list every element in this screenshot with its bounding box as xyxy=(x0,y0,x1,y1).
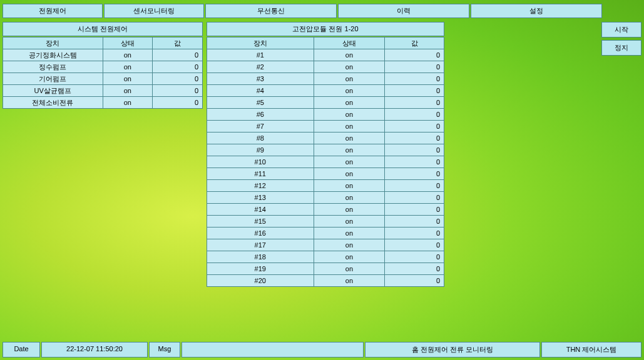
status-center-title: 홈 전원제어 전류 모니터링 xyxy=(365,342,540,358)
table-row: #12on0 xyxy=(207,180,444,192)
tab-power-control[interactable]: 전원제어 xyxy=(3,4,103,18)
cell-value: 0 xyxy=(385,228,444,239)
cell-value: 0 xyxy=(153,49,203,61)
cell-state[interactable]: on xyxy=(314,156,385,168)
cell-device: #14 xyxy=(207,204,314,216)
cell-device: #8 xyxy=(207,132,314,144)
status-msg-value xyxy=(181,342,364,358)
table-row: UV살균램프on0 xyxy=(3,85,203,97)
cell-value: 0 xyxy=(153,61,203,73)
cell-device: #17 xyxy=(207,239,314,251)
cell-device: 전체소비전류 xyxy=(3,97,103,109)
cell-state[interactable]: on xyxy=(103,73,153,85)
cell-device: #13 xyxy=(207,192,314,204)
cell-state[interactable]: on xyxy=(314,73,385,85)
cell-device: #16 xyxy=(207,228,314,239)
cell-device: #18 xyxy=(207,251,314,263)
cell-device: #7 xyxy=(207,121,314,132)
hv-module-table: 장치 상태 값 #1on0#2on0#3on0#4on0#5on0#6on0#7… xyxy=(207,37,444,287)
cell-state[interactable]: on xyxy=(103,49,153,61)
tab-sensor-monitoring[interactable]: 센서모니터링 xyxy=(104,4,204,18)
cell-device: 공기정화시스템 xyxy=(3,49,103,61)
cell-value: 0 xyxy=(385,73,444,85)
cell-state[interactable]: on xyxy=(103,61,153,73)
cell-device: #10 xyxy=(207,156,314,168)
cell-device: #1 xyxy=(207,49,314,61)
table-row: 기어펌프on0 xyxy=(3,73,203,85)
tab-wireless[interactable]: 무선통신 xyxy=(205,4,337,18)
col-state: 상태 xyxy=(103,38,153,49)
cell-value: 0 xyxy=(385,49,444,61)
cell-value: 0 xyxy=(385,275,444,287)
cell-state[interactable]: on xyxy=(314,132,385,144)
cell-value: 0 xyxy=(385,61,444,73)
right-panel: 고전압모듈 전원 1-20 장치 상태 값 #1on0#2on0#3on0#4o… xyxy=(207,22,598,339)
table-row: #4on0 xyxy=(207,85,444,97)
cell-state[interactable]: on xyxy=(314,85,385,97)
cell-device: #5 xyxy=(207,97,314,109)
cell-state[interactable]: on xyxy=(314,61,385,73)
cell-state[interactable]: on xyxy=(314,228,385,239)
cell-value: 0 xyxy=(385,121,444,132)
cell-state[interactable]: on xyxy=(103,85,153,97)
status-date-label: Date xyxy=(3,342,40,358)
col-device: 장치 xyxy=(207,38,314,49)
cell-device: #2 xyxy=(207,61,314,73)
cell-value: 0 xyxy=(385,85,444,97)
cell-device: #20 xyxy=(207,275,314,287)
cell-device: UV살균램프 xyxy=(3,85,103,97)
cell-value: 0 xyxy=(385,251,444,263)
cell-state[interactable]: on xyxy=(314,180,385,192)
cell-state[interactable]: on xyxy=(314,109,385,121)
table-row: #14on0 xyxy=(207,204,444,216)
cell-state[interactable]: on xyxy=(314,144,385,156)
table-row: #1on0 xyxy=(207,49,444,61)
table-row: #20on0 xyxy=(207,275,444,287)
cell-value: 0 xyxy=(385,144,444,156)
cell-value: 0 xyxy=(385,180,444,192)
cell-device: #4 xyxy=(207,85,314,97)
table-row: #2on0 xyxy=(207,61,444,73)
left-panel-title: 시스템 전원제어 xyxy=(3,22,203,36)
table-row: #8on0 xyxy=(207,132,444,144)
cell-state[interactable]: on xyxy=(314,263,385,275)
top-tabs: 전원제어 센서모니터링 무선통신 이력 설정 xyxy=(3,2,641,19)
table-row: #13on0 xyxy=(207,192,444,204)
cell-device: #11 xyxy=(207,168,314,180)
cell-state[interactable]: on xyxy=(314,239,385,251)
col-device: 장치 xyxy=(3,38,103,49)
table-row: 공기정화시스템on0 xyxy=(3,49,203,61)
cell-state[interactable]: on xyxy=(314,49,385,61)
cell-state[interactable]: on xyxy=(314,121,385,132)
status-bar: Date 22-12-07 11:50:20 Msg 홈 전원제어 전류 모니터… xyxy=(3,342,641,358)
table-row: #17on0 xyxy=(207,239,444,251)
cell-device: #19 xyxy=(207,263,314,275)
stop-button[interactable]: 정지 xyxy=(601,40,641,56)
cell-value: 0 xyxy=(385,239,444,251)
table-row: #19on0 xyxy=(207,263,444,275)
start-button[interactable]: 시작 xyxy=(601,22,641,38)
col-value: 값 xyxy=(385,38,444,49)
cell-state[interactable]: on xyxy=(103,97,153,109)
table-row: #6on0 xyxy=(207,109,444,121)
cell-device: #15 xyxy=(207,216,314,228)
cell-state[interactable]: on xyxy=(314,251,385,263)
cell-state[interactable]: on xyxy=(314,168,385,180)
status-company: THN 제어시스템 xyxy=(541,342,641,358)
cell-device: #12 xyxy=(207,180,314,192)
table-row: #11on0 xyxy=(207,168,444,180)
cell-state[interactable]: on xyxy=(314,192,385,204)
left-panel: 시스템 전원제어 장치 상태 값 공기정화시스템on0정수펌프on0기어펌프on… xyxy=(3,22,203,339)
tab-settings[interactable]: 설정 xyxy=(471,4,602,18)
cell-state[interactable]: on xyxy=(314,204,385,216)
side-buttons: 시작 정지 xyxy=(601,22,641,339)
tab-history[interactable]: 이력 xyxy=(338,4,469,18)
table-row: #3on0 xyxy=(207,73,444,85)
table-row: #5on0 xyxy=(207,97,444,109)
cell-state[interactable]: on xyxy=(314,216,385,228)
cell-state[interactable]: on xyxy=(314,275,385,287)
cell-value: 0 xyxy=(385,97,444,109)
col-value: 값 xyxy=(153,38,203,49)
cell-state[interactable]: on xyxy=(314,97,385,109)
cell-value: 0 xyxy=(385,109,444,121)
